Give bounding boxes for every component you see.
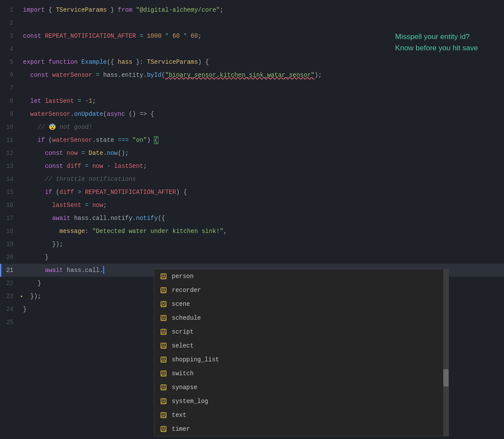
code-line-12: 12 const now = Date.now();	[0, 147, 504, 160]
autocomplete-icon-timer	[160, 425, 167, 433]
code-line-5: 5 export function Example({ hass }: TSer…	[0, 56, 504, 69]
autocomplete-icon-script	[160, 328, 167, 336]
code-line-18: 18 message: "Detected water under kitche…	[0, 225, 504, 238]
svg-rect-17	[161, 347, 166, 348]
autocomplete-item-scene[interactable]: scene	[154, 297, 448, 311]
svg-rect-5	[161, 291, 166, 292]
svg-rect-26	[161, 388, 166, 390]
autocomplete-label-synapse: synapse	[172, 384, 197, 391]
svg-rect-19	[162, 358, 165, 360]
autocomplete-icon-shopping-list	[160, 356, 167, 364]
line-content-12: const now = Date.now();	[20, 147, 504, 160]
code-line-17: 17 await hass.call.notify.notify({	[0, 212, 504, 225]
line-number-3: 3	[0, 33, 20, 39]
line-number-16: 16	[0, 202, 20, 209]
svg-rect-25	[162, 386, 165, 387]
autocomplete-icon-text	[160, 411, 167, 419]
cursor	[103, 266, 104, 274]
autocomplete-item-timer[interactable]: timer	[154, 422, 448, 436]
svg-rect-29	[161, 402, 166, 403]
code-line-1: 1 import { TServiceParams } from "@digit…	[0, 3, 504, 16]
svg-rect-10	[162, 316, 165, 318]
autocomplete-dropdown[interactable]: person recorder scene	[154, 269, 449, 436]
code-line-8: 8 let lastSent = -1;	[0, 95, 504, 108]
line-number-20: 20	[0, 254, 20, 261]
line-number-5: 5	[0, 59, 20, 66]
line-content-17: await hass.call.notify.notify({	[20, 212, 504, 225]
line-content-8: let lastSent = -1;	[20, 95, 504, 108]
code-line-10: 10 // 😨 not good!	[0, 121, 504, 134]
svg-rect-34	[162, 427, 165, 429]
svg-rect-35	[161, 430, 166, 431]
code-line-3: 3 const REPEAT_NOTIFICATION_AFTER = 1000…	[0, 29, 504, 43]
svg-rect-20	[161, 360, 166, 362]
autocomplete-label-select: select	[172, 342, 193, 349]
line-content-5: export function Example({ hass }: TServi…	[20, 56, 504, 69]
autocomplete-label-text: text	[172, 412, 187, 419]
autocomplete-icon-system-log	[160, 397, 167, 405]
svg-rect-22	[162, 372, 165, 373]
code-line-7: 7	[0, 82, 504, 95]
autocomplete-label-timer: timer	[172, 426, 190, 432]
code-line-13: 13 const diff = now - lastSent;	[0, 160, 504, 173]
line-content-15: if (diff > REPEAT_NOTIFICATION_AFTER) {	[20, 186, 504, 199]
autocomplete-icon-recorder	[160, 286, 167, 294]
line-content-16: lastSent = now;	[20, 199, 504, 212]
code-line-20: 20 }	[0, 251, 504, 264]
line-number-10: 10	[0, 124, 20, 131]
svg-rect-32	[161, 416, 166, 417]
line-number-22: 22	[0, 280, 20, 287]
line-number-11: 11	[0, 137, 20, 144]
line-content-19: });	[20, 238, 504, 251]
autocomplete-item-text[interactable]: text	[154, 408, 448, 422]
autocomplete-item-schedule[interactable]: schedule	[154, 311, 448, 325]
line-content-6: const waterSensor = hass.entity.byId("bi…	[20, 69, 504, 82]
line-content-20: }	[20, 251, 504, 264]
autocomplete-item-system-log[interactable]: system_log	[154, 394, 448, 408]
autocomplete-item-select[interactable]: select	[154, 339, 448, 353]
line-content-10: // 😨 not good!	[20, 121, 504, 134]
autocomplete-scrollbar[interactable]	[443, 269, 448, 436]
autocomplete-label-switch: switch	[172, 370, 193, 377]
line-content-18: message: "Detected water under kitchen s…	[20, 225, 504, 238]
line-number-13: 13	[0, 163, 20, 170]
line-number-12: 12	[0, 150, 20, 157]
svg-rect-23	[161, 374, 166, 376]
autocomplete-label-recorder: recorder	[172, 287, 201, 294]
autocomplete-item-synapse[interactable]: synapse	[154, 380, 448, 394]
code-line-14: 14 // throttle notifications	[0, 173, 504, 186]
code-line-2: 2	[0, 16, 504, 29]
autocomplete-icon-select	[160, 342, 167, 350]
svg-rect-2	[161, 277, 166, 278]
svg-rect-28	[162, 400, 165, 401]
autocomplete-label-scene: scene	[172, 301, 190, 308]
line-number-15: 15	[0, 189, 20, 196]
autocomplete-item-switch[interactable]: switch	[154, 367, 448, 380]
code-line-11: 11 if (waterSensor.state === "on") {	[0, 134, 504, 147]
line-number-19: 19	[0, 241, 20, 248]
line-number-23: 23	[0, 293, 20, 300]
line-content-9: waterSensor.onUpdate(async () => {	[20, 108, 504, 121]
code-line-16: 16 lastSent = now;	[0, 199, 504, 212]
svg-rect-7	[162, 302, 165, 304]
active-line-marker	[0, 264, 1, 277]
line-number-17: 17	[0, 215, 20, 222]
autocomplete-label-person: person	[172, 273, 193, 280]
line-content-13: const diff = now - lastSent;	[20, 160, 504, 173]
line-number-18: 18	[0, 228, 20, 235]
svg-rect-16	[162, 344, 165, 346]
autocomplete-label-shopping-list: shopping_list	[172, 356, 219, 363]
line-number-4: 4	[0, 46, 20, 52]
line-number-6: 6	[0, 72, 20, 79]
autocomplete-item-shopping-list[interactable]: shopping_list	[154, 353, 448, 367]
autocomplete-label-system-log: system_log	[172, 398, 208, 405]
autocomplete-scrollbar-thumb[interactable]	[443, 369, 448, 387]
autocomplete-item-recorder[interactable]: recorder	[154, 283, 448, 297]
autocomplete-icon-person	[160, 272, 167, 280]
autocomplete-item-person[interactable]: person	[154, 269, 448, 283]
autocomplete-label-script: script	[172, 328, 193, 335]
autocomplete-icon-schedule	[160, 314, 167, 322]
code-line-15: 15 if (diff > REPEAT_NOTIFICATION_AFTER)…	[0, 186, 504, 199]
autocomplete-item-script[interactable]: script	[154, 325, 448, 339]
autocomplete-label-schedule: schedule	[172, 315, 201, 321]
